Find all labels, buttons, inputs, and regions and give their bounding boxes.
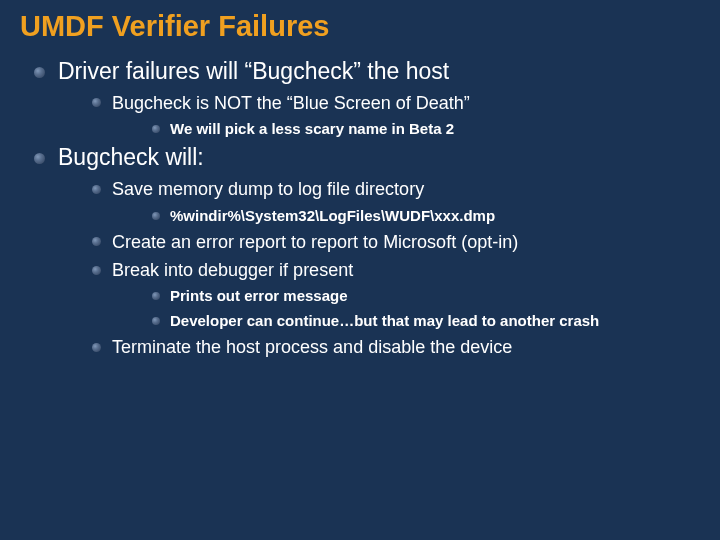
bullet-text: Developer can continue…but that may lead… xyxy=(170,312,599,329)
list-item: Break into debugger if present Prints ou… xyxy=(88,258,700,331)
bullet-text: We will pick a less scary name in Beta 2 xyxy=(170,120,454,137)
list-item: Bugcheck will: Save memory dump to log f… xyxy=(30,143,700,359)
list-item: Bugcheck is NOT the “Blue Screen of Deat… xyxy=(88,91,700,140)
bullet-list: Driver failures will “Bugcheck” the host… xyxy=(20,57,700,359)
list-item: Driver failures will “Bugcheck” the host… xyxy=(30,57,700,139)
bullet-text: Bugcheck is NOT the “Blue Screen of Deat… xyxy=(112,93,470,113)
bullet-text: Break into debugger if present xyxy=(112,260,353,280)
list-item: Create an error report to report to Micr… xyxy=(88,230,700,254)
bullet-text: Terminate the host process and disable t… xyxy=(112,337,512,357)
bullet-text: Prints out error message xyxy=(170,287,348,304)
bullet-text: Create an error report to report to Micr… xyxy=(112,232,518,252)
list-item: Save memory dump to log file directory %… xyxy=(88,177,700,226)
list-item: %windir%\System32\LogFiles\WUDF\xxx.dmp xyxy=(148,206,700,226)
bullet-text: Driver failures will “Bugcheck” the host xyxy=(58,58,449,84)
slide: UMDF Verifier Failures Driver failures w… xyxy=(0,0,720,540)
bullet-text: %windir%\System32\LogFiles\WUDF\xxx.dmp xyxy=(170,207,495,224)
list-item: We will pick a less scary name in Beta 2 xyxy=(148,119,700,139)
list-item: Developer can continue…but that may lead… xyxy=(148,311,700,331)
slide-title: UMDF Verifier Failures xyxy=(20,10,700,43)
bullet-text: Save memory dump to log file directory xyxy=(112,179,424,199)
list-item: Prints out error message xyxy=(148,286,700,306)
bullet-text: Bugcheck will: xyxy=(58,144,204,170)
list-item: Terminate the host process and disable t… xyxy=(88,335,700,359)
